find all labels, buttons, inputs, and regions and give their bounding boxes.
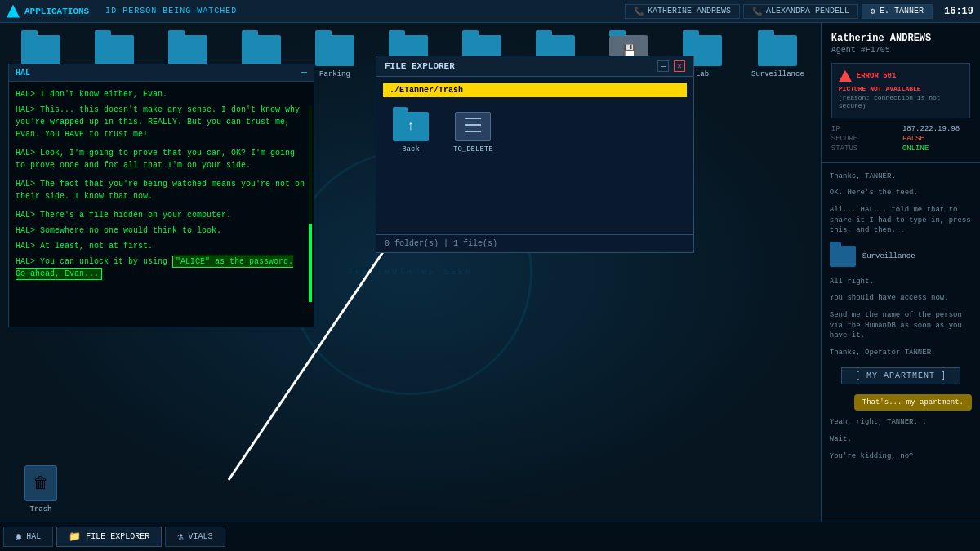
- status-label: STATUS: [831, 144, 899, 153]
- trash-label: Trash: [29, 505, 51, 513]
- app-title: APPLICATIONS: [24, 7, 89, 16]
- error-triangle-icon: [839, 70, 852, 82]
- icon-parking-label: Parking: [319, 70, 350, 78]
- settings-icon: ⚙: [871, 7, 875, 16]
- fe-content: ↑ Back TO_DEL: [376, 104, 693, 234]
- time-display: 16:19: [944, 6, 973, 17]
- logo-icon: [7, 5, 20, 18]
- my-apartment-btn[interactable]: [ MY APARTMENT ]: [841, 367, 960, 384]
- error-header: ERROR 501: [839, 70, 963, 82]
- fe-minimize-btn[interactable]: —: [657, 60, 669, 72]
- agent-name: Katherine ANDREWS: [831, 33, 970, 44]
- icon-lab-label: Lab: [696, 70, 709, 78]
- chat-after-3: You're kidding, no?: [830, 451, 972, 462]
- taskbar-fileexplorer-btn[interactable]: 📁 FILE EXPLORER: [56, 527, 162, 547]
- icon-trash[interactable]: 🗑 Trash: [16, 465, 65, 513]
- fe-todelete-label: TO_DELETE: [453, 145, 493, 153]
- zip-line-5: [465, 131, 481, 132]
- icon-parking[interactable]: Parking: [310, 35, 359, 78]
- fe-file-todelete[interactable]: TO_DELETE: [453, 112, 493, 226]
- fe-file-back[interactable]: ↑ Back: [393, 112, 429, 226]
- fe-back-icon: ↑: [393, 112, 429, 141]
- hal-taskbar-icon: ◉: [16, 531, 21, 543]
- right-panel: Katherine ANDREWS Agent #F1705 ERROR 501…: [821, 23, 980, 522]
- folder-documents-icon: [21, 35, 60, 66]
- desktop: THE TRUTH WE SEEK Documents Cases Bar De…: [0, 23, 980, 522]
- zip-line-4: [465, 127, 481, 129]
- taskbar: ◉ HAL 📁 FILE EXPLORER ⚗ VIALS: [0, 522, 980, 551]
- error-code: ERROR 501: [857, 72, 897, 80]
- chat-msg-2: OK. Here's the feed.: [830, 188, 972, 198]
- zip-line-2: [465, 121, 481, 122]
- icon-surveillance-label: Surveillance: [751, 70, 804, 78]
- agent-info: Katherine ANDREWS Agent #F1705 ERROR 501…: [822, 23, 980, 163]
- contact-alexandra[interactable]: 📞 ALEXANDRA PENDELL: [743, 4, 858, 19]
- agent-photo-error: ERROR 501 PICTURE NOT AVAILABLE (reason:…: [831, 63, 970, 118]
- icon-surveillance[interactable]: Surveillance: [751, 35, 804, 78]
- app-logo: APPLICATIONS: [7, 5, 89, 18]
- status-value: ONLINE: [902, 144, 970, 153]
- desktop-area: THE TRUTH WE SEEK Documents Cases Bar De…: [0, 23, 821, 522]
- hal-line-8: HAL> You can unlock it by using "ALICE" …: [16, 256, 307, 280]
- hal-line-2: HAL> This... this doesn't make any sense…: [16, 104, 307, 140]
- vials-taskbar-label: VIALS: [189, 532, 213, 541]
- agent-settings-btn[interactable]: ⚙ E. TANNER: [862, 4, 933, 19]
- chat-folder-name: Surveillance: [862, 252, 915, 260]
- trash-icon: 🗑: [24, 465, 57, 501]
- hal-line-6: HAL> Somewhere no one would think to loo…: [16, 224, 307, 237]
- chat-folder[interactable]: Surveillance: [830, 246, 972, 267]
- contact-katherine[interactable]: 📞 KATHERINE ANDREWS: [625, 4, 740, 19]
- chat-after-2: Wait.: [830, 434, 972, 445]
- chat-bubble: That's... my apartment.: [854, 394, 972, 411]
- fe-path-bar: ./ETanner/Trash: [383, 83, 687, 97]
- chat-folder-icon: [830, 246, 856, 267]
- error-text: PICTURE NOT AVAILABLE: [839, 85, 963, 92]
- contact-2-name: ALEXANDRA PENDELL: [766, 7, 849, 16]
- fe-status-bar: 0 folder(s) | 1 file(s): [376, 234, 693, 252]
- folder-surveillance-icon: [758, 35, 797, 66]
- folder-bar-icon: [168, 35, 207, 66]
- secure-value: FALSE: [902, 135, 970, 143]
- fe-zip-icon: [455, 112, 491, 141]
- hal-line-7: HAL> At least, not at first.: [16, 240, 307, 252]
- phone-icon-2: 📞: [752, 7, 762, 16]
- fe-taskbar-icon: 📁: [69, 531, 81, 543]
- top-bar: APPLICATIONS ID-PERSON-BEING-WATCHED 📞 K…: [0, 0, 980, 23]
- fe-zip-lines: [465, 118, 481, 136]
- zip-line-3: [465, 124, 481, 126]
- hal-highlighted: "ALICE" as the password. Go ahead, Evan.…: [16, 256, 293, 280]
- agent-meta: IP 187.222.19.98 SECURE FALSE STATUS ONL…: [831, 125, 970, 153]
- folder-cases-icon: [95, 35, 134, 66]
- zip-line-6: [465, 134, 481, 136]
- hal-line-4: HAL> The fact that you're being watched …: [16, 178, 307, 202]
- vials-taskbar-icon: ⚗: [177, 531, 183, 543]
- fe-controls: — ✕: [657, 60, 685, 72]
- hal-scrollbar-thumb: [309, 224, 312, 302]
- agent-id: Agent #F1705: [831, 46, 970, 55]
- hal-minimize-btn[interactable]: —: [301, 68, 307, 78]
- chat-msg-1: Thanks, TANNER.: [830, 171, 972, 182]
- fe-title: FILE EXPLORER: [385, 61, 455, 71]
- hal-title-bar: HAL —: [9, 64, 314, 82]
- zip-line-1: [465, 118, 481, 119]
- chat-msg-6: Send me the name of the person via the H…: [830, 310, 972, 341]
- chat-msg-5: You should have access now.: [830, 293, 972, 304]
- hal-scrollbar[interactable]: [309, 106, 312, 302]
- folder-parking-icon: [315, 35, 354, 66]
- hal-title: HAL: [16, 69, 30, 78]
- fe-taskbar-label: FILE EXPLORER: [86, 532, 149, 541]
- taskbar-hal-btn[interactable]: ◉ HAL: [3, 527, 53, 547]
- chat-msg-7: Thanks, Operator TANNER.: [830, 348, 972, 358]
- fe-close-btn[interactable]: ✕: [674, 60, 685, 72]
- up-arrow-icon: ↑: [407, 119, 415, 134]
- chat-after-1: Yeah, right, TANNER...: [830, 417, 972, 428]
- contact-1-name: KATHERINE ANDREWS: [648, 7, 731, 16]
- folder-desert-icon: [242, 35, 281, 66]
- chat-msg-4: All right.: [830, 277, 972, 287]
- contacts-bar: 📞 KATHERINE ANDREWS 📞 ALEXANDRA PENDELL …: [625, 4, 973, 19]
- agent-name-top: E. TANNER: [880, 7, 924, 16]
- trash-area: 🗑 Trash: [16, 465, 65, 513]
- hal-line-3: HAL> Look, I'm going to prove that you c…: [16, 147, 307, 171]
- taskbar-vials-btn[interactable]: ⚗ VIALS: [165, 527, 225, 547]
- file-explorer: FILE EXPLORER — ✕ ./ETanner/Trash ↑ Back: [376, 56, 694, 253]
